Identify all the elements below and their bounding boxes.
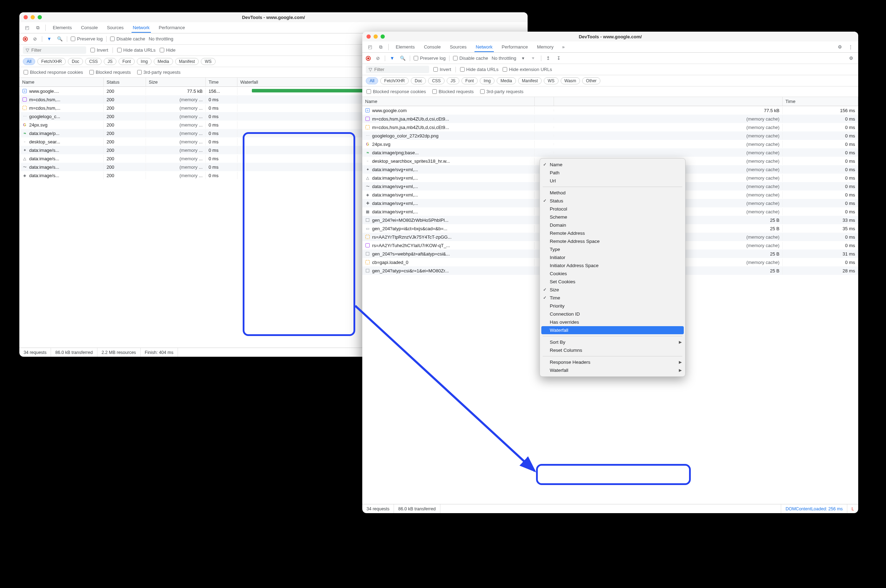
pill-doc[interactable]: Doc — [411, 77, 426, 84]
tab-console[interactable]: Console — [420, 42, 445, 52]
download-icon[interactable]: ↧ — [555, 56, 563, 61]
blocked-response-checkbox[interactable]: Blocked response cookies — [367, 89, 426, 94]
blocked-requests-checkbox[interactable]: Blocked requests — [432, 89, 474, 94]
ctx-item-url[interactable]: Url — [540, 177, 685, 185]
col-size[interactable] — [554, 97, 782, 106]
blocked-requests-checkbox[interactable]: Blocked requests — [89, 70, 131, 75]
tab-sources[interactable]: Sources — [446, 42, 471, 52]
ctx-item-waterfall[interactable]: Waterfall▶ — [540, 366, 685, 374]
ctx-item-scheme[interactable]: Scheme — [540, 213, 685, 221]
ctx-item-response-headers[interactable]: Response Headers▶ — [540, 358, 685, 366]
table-row[interactable]: G24px.svg(memory cache)0 ms — [362, 140, 858, 148]
ctx-item-size[interactable]: ✓Size — [540, 286, 685, 294]
ctx-item-path[interactable]: Path — [540, 169, 685, 177]
device-icon[interactable]: ⧉ — [376, 42, 385, 52]
column-context-menu[interactable]: ✓NamePathUrlMethod✓StatusProtocolSchemeD… — [540, 158, 686, 377]
ctx-item-connection-id[interactable]: Connection ID — [540, 310, 685, 318]
col-time[interactable]: Time — [782, 97, 858, 106]
tab-sources[interactable]: Sources — [103, 23, 128, 32]
ctx-item-cookies[interactable]: Cookies — [540, 270, 685, 278]
invert-checkbox[interactable]: Invert — [433, 67, 451, 72]
pill-fetchxhr[interactable]: Fetch/XHR — [37, 58, 66, 65]
wifi-icon[interactable]: ᯤ — [530, 56, 537, 61]
ctx-item-sort-by[interactable]: Sort By▶ — [540, 338, 685, 346]
col-size[interactable]: Size — [146, 78, 206, 87]
ctx-item-set-cookies[interactable]: Set Cookies — [540, 278, 685, 286]
settings-icon[interactable]: ⚙ — [835, 42, 845, 52]
ctx-item-has-overrides[interactable]: Has overrides — [540, 318, 685, 326]
table-row[interactable]: ❧data:image/png;base...(memory cache)0 m… — [362, 148, 858, 157]
pill-other[interactable]: Other — [582, 77, 600, 84]
pill-font[interactable]: Font — [462, 77, 478, 84]
pill-js[interactable]: JS — [104, 58, 116, 65]
pill-font[interactable]: Font — [119, 58, 135, 65]
inspect-icon[interactable]: ◰ — [22, 23, 32, 33]
table-row[interactable]: ≡www.google.com77.5 kB156 ms — [362, 106, 858, 115]
ctx-item-waterfall[interactable]: Waterfall — [541, 326, 684, 334]
ctx-item-initiator-address-space[interactable]: Initiator Address Space — [540, 261, 685, 270]
ctx-item-name[interactable]: ✓Name — [540, 160, 685, 169]
pill-css[interactable]: CSS — [85, 58, 102, 65]
hide-data-urls-checkbox[interactable]: Hide data URLs — [460, 67, 499, 72]
ctx-item-time[interactable]: ✓Time — [540, 294, 685, 302]
col-name[interactable]: Name — [362, 97, 535, 106]
ctx-item-priority[interactable]: Priority — [540, 302, 685, 310]
pill-manifest[interactable]: Manifest — [518, 77, 542, 84]
clear-icon[interactable]: ⊘ — [31, 36, 38, 42]
hide-ext-urls-checkbox[interactable]: Hide extension URLs — [502, 67, 552, 72]
upload-icon[interactable]: ↥ — [545, 56, 552, 61]
hide-ext-urls-checkbox[interactable]: Hide — [160, 48, 176, 53]
pill-ws[interactable]: WS — [544, 77, 558, 84]
pill-fetchxhr[interactable]: Fetch/XHR — [380, 77, 409, 84]
pill-wasm[interactable]: Wasm — [561, 77, 581, 84]
third-party-checkbox[interactable]: 3rd-party requests — [137, 70, 181, 75]
ctx-item-initiator[interactable]: Initiator — [540, 254, 685, 261]
device-icon[interactable]: ⧉ — [33, 23, 42, 33]
disable-cache-checkbox[interactable]: Disable cache — [110, 36, 145, 42]
ctx-item-remote-address[interactable]: Remote Address — [540, 229, 685, 237]
throttling-select[interactable]: No throttling — [492, 56, 516, 61]
tab-elements[interactable]: Elements — [391, 42, 419, 52]
pill-all[interactable]: All — [366, 77, 378, 84]
tab-performance[interactable]: Performance — [154, 23, 189, 32]
kebab-icon[interactable]: ⋮ — [845, 42, 855, 52]
hide-data-urls-checkbox[interactable]: Hide data URLs — [117, 48, 156, 53]
throttling-select[interactable]: No throttling — [149, 36, 173, 42]
settings-gear-icon[interactable]: ⚙ — [848, 56, 855, 61]
record-button[interactable] — [366, 56, 371, 61]
table-row[interactable]: m=cdos,hsm,jsa,mb4ZUb,d,csi,cEt9...(memo… — [362, 115, 858, 123]
col-status[interactable]: Status — [104, 78, 146, 87]
ctx-item-remote-address-space[interactable]: Remote Address Space — [540, 237, 685, 245]
filter-input[interactable]: ▽ — [23, 46, 86, 54]
pill-img[interactable]: Img — [137, 58, 152, 65]
tab-network[interactable]: Network — [129, 23, 154, 32]
more-tabs-icon[interactable]: » — [558, 42, 569, 52]
ctx-item-method[interactable]: Method — [540, 189, 685, 197]
ctx-item-reset-columns[interactable]: Reset Columns — [540, 346, 685, 354]
tab-memory[interactable]: Memory — [533, 42, 558, 52]
pill-media[interactable]: Media — [496, 77, 516, 84]
disable-cache-checkbox[interactable]: Disable cache — [453, 56, 488, 61]
table-header[interactable]: Name Time — [362, 97, 858, 106]
tab-console[interactable]: Console — [77, 23, 102, 32]
pill-ws[interactable]: WS — [201, 58, 215, 65]
ctx-item-domain[interactable]: Domain — [540, 221, 685, 229]
col-name[interactable]: Name — [20, 78, 104, 87]
ctx-item-protocol[interactable]: Protocol — [540, 205, 685, 213]
filter-icon[interactable]: ▼ — [46, 36, 53, 42]
filter-input[interactable]: ▽ — [366, 66, 429, 73]
tab-elements[interactable]: Elements — [48, 23, 76, 32]
third-party-checkbox[interactable]: 3rd-party requests — [480, 89, 524, 94]
pill-manifest[interactable]: Manifest — [175, 58, 199, 65]
pill-doc[interactable]: Doc — [68, 58, 83, 65]
pill-js[interactable]: JS — [447, 77, 459, 84]
preserve-log-checkbox[interactable]: Preserve log — [71, 36, 103, 42]
tab-performance[interactable]: Performance — [497, 42, 532, 52]
preserve-log-checkbox[interactable]: Preserve log — [414, 56, 446, 61]
filter-icon[interactable]: ▼ — [389, 56, 396, 61]
invert-checkbox[interactable]: Invert — [90, 48, 108, 53]
search-icon[interactable]: 🔍 — [56, 36, 63, 42]
chevron-down-icon[interactable]: ▾ — [520, 56, 527, 61]
table-row[interactable]: m=cdos,hsm,jsa,mb4ZUb,d,csi,cEt9...(memo… — [362, 123, 858, 132]
pill-all[interactable]: All — [23, 58, 35, 65]
